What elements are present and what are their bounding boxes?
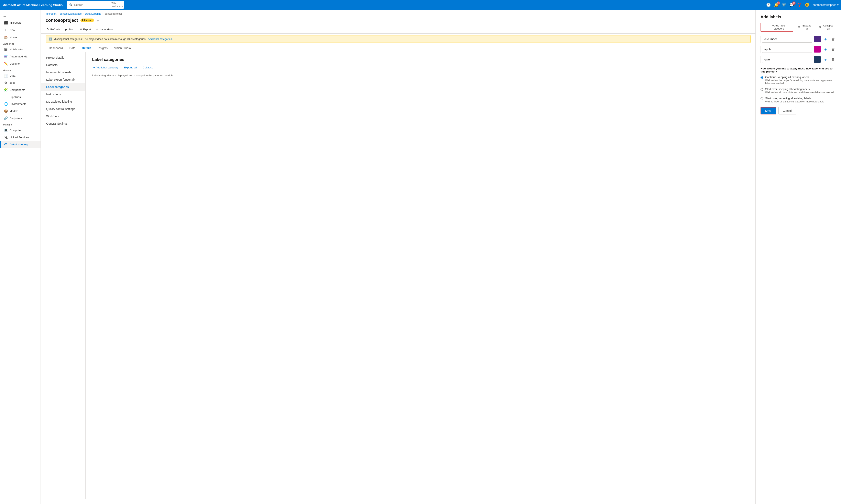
expand-all-button[interactable]: Expand all [123,65,138,70]
sidebar-item-automated-ml[interactable]: ⚗️ Automated ML [0,53,40,60]
sidebar-item-label: Automated ML [10,55,28,58]
sidebar-item-endpoints[interactable]: 🔗 Endpoints [0,115,40,122]
sidebar-item-jobs[interactable]: ⚙ Jobs [0,79,40,86]
color-swatch-cucumber[interactable] [814,36,821,42]
nav-incremental-refresh[interactable]: Incremental refresh [41,69,85,76]
expand-all-panel-button[interactable]: ⊞ Expand all [796,23,814,31]
radio-startover-keep-input[interactable] [760,88,763,91]
sidebar-item-models[interactable]: 📦 Models [0,108,40,115]
nav-label-categories[interactable]: Label categories [41,83,85,91]
label-input-onion[interactable] [762,56,812,63]
sidebar-item-components[interactable]: 🧩 Components [0,86,40,93]
sidebar-item-home[interactable]: 🏠 Home [0,34,40,41]
tab-data[interactable]: Data [66,44,79,52]
sidebar-item-microsoft[interactable]: ⬛ Microsoft [0,19,40,26]
radio-startover-keep[interactable]: Start over, keeping all existing labels … [760,88,836,94]
start-button[interactable]: ▶ Start [64,27,75,32]
favorite-star-icon[interactable]: ☆ [97,18,100,23]
nav-workforce[interactable]: Workforce [41,113,85,120]
label-delete-apple-button[interactable]: 🗑 [830,47,836,52]
collapse-all-panel-button[interactable]: ⊟ Collapse all [817,23,836,31]
history-icon[interactable]: 🕐 [766,3,771,7]
label-delete-onion-button[interactable]: 🗑 [830,57,836,62]
label-add-child-onion-button[interactable]: ＋ [823,57,828,62]
sidebar-item-linked-services[interactable]: 🔌 Linked Services [0,134,40,141]
smiley-icon[interactable]: 😊 [805,3,809,7]
label-delete-cucumber-button[interactable]: 🗑 [830,36,836,42]
export-button[interactable]: ↗ Export [78,27,92,32]
linked-services-icon: 🔌 [4,136,7,139]
cancel-button[interactable]: Cancel [778,107,796,114]
radio-continue[interactable]: Continue, keeping all existing labels We… [760,75,836,85]
nav-datasets[interactable]: Datasets [41,61,85,69]
jobs-icon: ⚙ [4,81,7,85]
label-input-apple[interactable] [762,46,812,53]
settings-icon[interactable]: ⚙️ [782,3,786,7]
sidebar-item-label: Data [10,74,16,77]
authoring-section-label: Authoring [0,41,40,46]
radio-startover-remove[interactable]: Start over, removing all existing labels… [760,97,836,103]
bell-icon[interactable]: 🔔 23 [774,3,778,7]
breadcrumb-workspace[interactable]: contosoworkspace [60,12,82,15]
sidebar-item-data-labeling[interactable]: 🏷 Data Labeling [0,141,40,148]
sidebar-item-label: Endpoints [10,117,22,120]
breadcrumb-data-labeling[interactable]: Data Labeling [85,12,101,15]
workspace-selector[interactable]: This workspace [111,2,123,8]
tab-vision-studio[interactable]: Vision Studio [111,44,134,52]
nav-instructions[interactable]: Instructions [41,91,85,98]
warning-link[interactable]: Add label categories. [148,37,173,40]
nav-quality-control[interactable]: Quality control settings [41,105,85,113]
color-swatch-apple[interactable] [814,46,821,53]
sidebar-item-compute[interactable]: 💻 Compute [0,127,40,134]
status-icon: ℹ [82,19,83,22]
radio-continue-input[interactable] [760,76,763,79]
topbar: Microsoft Azure Machine Learning Studio … [0,0,841,10]
nav-project-details[interactable]: Project details [41,54,85,61]
hamburger-menu-icon[interactable]: ☰ [0,12,40,19]
breadcrumb-project: contosoproject [105,12,122,15]
status-label: Paused [84,19,92,22]
search-container[interactable]: 🔍 This workspace [67,1,124,9]
chevron-down-icon: ▾ [837,3,839,6]
tab-dashboard[interactable]: Dashboard [46,44,66,52]
collapse-icon: ⊟ [819,26,821,29]
tab-insights[interactable]: Insights [94,44,111,52]
color-swatch-onion[interactable] [814,56,821,63]
collapse-button[interactable]: Collapse [141,65,155,70]
breadcrumb-microsoft[interactable]: Microsoft [46,12,56,15]
radio-startover-remove-input[interactable] [760,97,763,100]
content-area: Label categories + Add label category Ex… [86,52,755,499]
label-data-button[interactable]: ✓ Label data [95,27,113,32]
search-input[interactable] [74,3,110,6]
user-menu[interactable]: contosoworkspace ▾ [813,3,839,6]
components-icon: 🧩 [4,88,7,92]
label-categories-placeholder: Label categories are displayed and manag… [92,74,749,77]
connector-line [760,36,761,42]
nav-general-settings[interactable]: General Settings [41,120,85,127]
assets-section-label: Assets [0,67,40,72]
label-add-child-apple-button[interactable]: ＋ [823,47,828,52]
export-icon: ↗ [79,28,82,31]
tab-details[interactable]: Details [78,44,94,52]
home-icon: 🏠 [4,35,7,39]
plus-icon: ＋ [764,25,766,29]
nav-label-export[interactable]: Label export (optional) [41,76,85,83]
feedback-icon[interactable]: 💬 14 [789,3,794,7]
right-panel: Add labels ＋ + Add label category ⊞ Expa… [755,10,841,504]
panel-toolbar: ＋ + Add label category ⊞ Expand all ⊟ Co… [760,23,836,32]
add-label-category-button[interactable]: + Add label category [92,65,120,70]
label-input-cucumber[interactable] [762,36,812,42]
nav-ml-assisted[interactable]: ML assisted labeling [41,98,85,105]
label-add-child-cucumber-button[interactable]: ＋ [823,36,828,42]
add-label-category-panel-button[interactable]: ＋ + Add label category [760,23,793,32]
sidebar-item-designer[interactable]: ✏️ Designer [0,60,40,67]
sidebar-item-environments[interactable]: 🌐 Environments [0,101,40,108]
sidebar-item-notebooks[interactable]: 📓 Notebooks [0,46,40,53]
sidebar-item-pipelines[interactable]: ↔ Pipelines [0,93,40,101]
sidebar-item-new[interactable]: ＋ New [0,26,40,34]
save-button[interactable]: Save [760,107,776,114]
refresh-button[interactable]: ↻ Refresh [46,27,61,32]
connector-line [760,56,761,63]
help-icon[interactable]: ❓ [797,3,802,7]
sidebar-item-data[interactable]: 📊 Data [0,72,40,79]
